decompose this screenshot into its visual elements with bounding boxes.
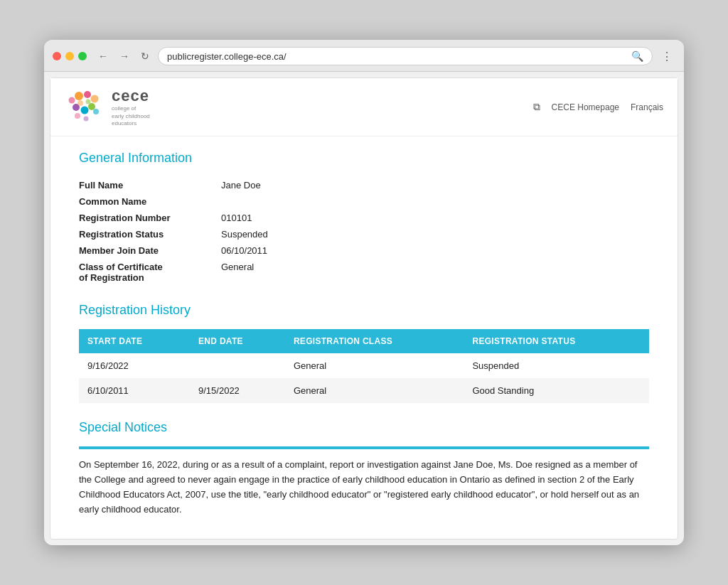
close-button[interactable] (53, 52, 61, 60)
cece-wordmark: cece (112, 87, 150, 105)
svg-point-3 (88, 103, 95, 110)
col-reg-status: REGISTRATION STATUS (464, 329, 649, 353)
col-start-date: START DATE (79, 329, 190, 353)
reg-history-title: Registration History (79, 303, 649, 318)
traffic-lights (53, 52, 87, 60)
external-link-icon: ⧉ (533, 101, 540, 113)
svg-point-8 (86, 99, 91, 104)
cece-logo-icon (65, 89, 106, 126)
header-nav: ⧉ CECE Homepage Français (533, 101, 663, 113)
info-row-fullname: Full Name Jane Doe (79, 177, 649, 193)
label-commonname: Common Name (79, 196, 221, 207)
special-notices-divider (79, 446, 649, 449)
table-row: 9/16/2022 General Suspended (79, 353, 649, 378)
value-regnumber: 010101 (221, 213, 252, 223)
label-fullname: Full Name (79, 180, 221, 190)
value-fullname: Jane Doe (221, 180, 261, 190)
cell-end-date (190, 353, 285, 378)
svg-point-11 (84, 116, 89, 121)
value-regstatus: Suspended (221, 229, 268, 240)
site-header: cece college of early childhood educator… (50, 78, 678, 136)
back-button[interactable]: ← (95, 49, 111, 63)
label-classcert: Class of Certificateof Registration (79, 262, 221, 283)
browser-frame: ← → ↻ publicregister.college-ece.ca/ 🔍 ⋮ (44, 40, 684, 544)
svg-point-2 (91, 95, 99, 102)
notice-text: On September 16, 2022, during or as a re… (79, 458, 649, 517)
main-content: General Information Full Name Jane Doe C… (50, 136, 678, 538)
info-row-regstatus: Registration Status Suspended (79, 226, 649, 242)
url-text: publicregister.college-ece.ca/ (167, 51, 627, 62)
table-header-row: START DATE END DATE REGISTRATION CLASS R… (79, 329, 649, 353)
label-regstatus: Registration Status (79, 229, 221, 240)
cell-reg-status: Good Standing (464, 378, 649, 403)
general-info-title: General Information (79, 151, 649, 166)
label-joindate: Member Join Date (79, 245, 221, 256)
cell-start-date: 9/16/2022 (79, 353, 190, 378)
value-joindate: 06/10/2011 (221, 245, 267, 256)
info-row-classcert: Class of Certificateof Registration Gene… (79, 259, 649, 286)
svg-point-10 (75, 113, 80, 119)
general-info-table: Full Name Jane Doe Common Name Registrat… (79, 177, 649, 286)
svg-point-0 (75, 92, 83, 100)
cell-reg-class: General (285, 378, 464, 403)
svg-point-7 (77, 100, 83, 106)
logo-text: cece college of early childhood educator… (112, 87, 150, 127)
cell-reg-class: General (285, 353, 464, 378)
svg-point-6 (69, 97, 75, 103)
value-classcert: General (221, 262, 254, 283)
page-content: cece college of early childhood educator… (50, 77, 678, 539)
special-notices-title: Special Notices (79, 420, 649, 435)
browser-chrome: ← → ↻ publicregister.college-ece.ca/ 🔍 ⋮ (44, 40, 684, 72)
forward-button[interactable]: → (117, 49, 132, 63)
svg-point-1 (84, 91, 91, 98)
label-regnumber: Registration Number (79, 213, 221, 223)
info-row-regnumber: Registration Number 010101 (79, 210, 649, 226)
info-row-commonname: Common Name (79, 193, 649, 210)
cell-end-date: 9/15/2022 (190, 378, 285, 403)
col-reg-class: REGISTRATION CLASS (285, 329, 464, 353)
logo-area: cece college of early childhood educator… (65, 87, 150, 127)
minimize-button[interactable] (65, 52, 74, 60)
francais-link[interactable]: Français (631, 102, 663, 112)
cell-reg-status: Suspended (464, 353, 649, 378)
search-icon: 🔍 (631, 50, 643, 62)
svg-point-9 (93, 109, 99, 114)
homepage-link[interactable]: CECE Homepage (552, 102, 619, 112)
info-row-joindate: Member Join Date 06/10/2011 (79, 242, 649, 259)
col-end-date: END DATE (190, 329, 285, 353)
more-options-button[interactable]: ⋮ (658, 48, 675, 65)
cell-start-date: 6/10/2011 (79, 378, 190, 403)
table-row: 6/10/2011 9/15/2022 General Good Standin… (79, 378, 649, 403)
svg-point-4 (81, 106, 89, 114)
maximize-button[interactable] (78, 52, 87, 60)
reg-history-table: START DATE END DATE REGISTRATION CLASS R… (79, 329, 649, 403)
reload-button[interactable]: ↻ (138, 49, 152, 63)
cece-subtitle: college of early childhood educators (112, 105, 150, 127)
address-bar[interactable]: publicregister.college-ece.ca/ 🔍 (158, 47, 653, 65)
